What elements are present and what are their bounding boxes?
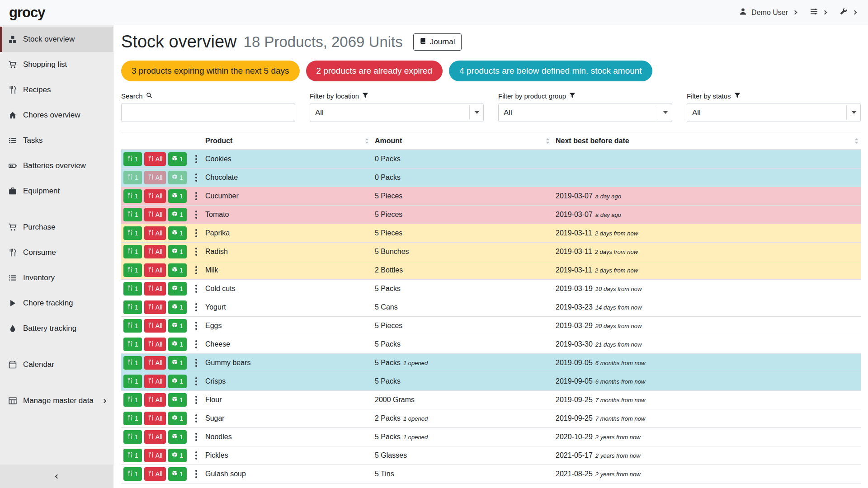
row-menu-kebab-icon[interactable] <box>192 450 200 461</box>
sidebar-item-tasks[interactable]: Tasks <box>0 128 113 153</box>
user-menu[interactable]: Demo User <box>739 8 797 17</box>
sidebar-item-batteries-overview[interactable]: Batteries overview <box>0 153 113 178</box>
sidebar-item-purchase[interactable]: Purchase <box>0 215 113 240</box>
consume-all-button[interactable]: All <box>144 152 166 166</box>
consume-all-button[interactable]: All <box>144 208 166 221</box>
open-one-button[interactable]: 1 <box>168 263 187 277</box>
product-column-header[interactable]: Product <box>203 137 372 145</box>
open-one-button[interactable]: 1 <box>168 226 187 240</box>
consume-one-button[interactable]: 1 <box>123 152 142 166</box>
open-one-button[interactable]: 1 <box>168 338 187 351</box>
row-menu-kebab-icon[interactable] <box>192 190 200 202</box>
row-menu-kebab-icon[interactable] <box>192 209 200 221</box>
open-one-button[interactable]: 1 <box>168 449 187 462</box>
status-filter-select[interactable]: All <box>687 103 861 122</box>
journal-button[interactable]: Journal <box>413 33 462 51</box>
sidebar-item-manage-master-data[interactable]: Manage master data <box>0 388 113 413</box>
consume-all-button[interactable]: All <box>144 282 166 296</box>
row-menu-kebab-icon[interactable] <box>192 264 200 276</box>
open-one-button[interactable]: 1 <box>168 208 187 221</box>
consume-one-button[interactable]: 1 <box>123 189 142 203</box>
sidebar-item-chores-overview[interactable]: Chores overview <box>0 103 113 128</box>
row-menu-kebab-icon[interactable] <box>192 301 200 313</box>
row-menu-kebab-icon[interactable] <box>192 338 200 350</box>
consume-one-button[interactable]: 1 <box>123 412 142 425</box>
consume-all-button[interactable]: All <box>144 338 166 351</box>
open-one-button[interactable]: 1 <box>168 300 187 314</box>
open-one-button[interactable]: 1 <box>168 467 187 481</box>
consume-all-button[interactable]: All <box>144 430 166 444</box>
amount-column-header[interactable]: Amount <box>372 137 553 145</box>
consume-one-button[interactable]: 1 <box>123 300 142 314</box>
consume-one-button[interactable]: 1 <box>123 449 142 462</box>
open-one-button[interactable]: 1 <box>168 282 187 296</box>
consume-all-button[interactable]: All <box>144 171 166 184</box>
location-filter-select[interactable]: All <box>310 103 484 122</box>
sidebar-item-consume[interactable]: Consume <box>0 240 113 265</box>
expiring-products-pill[interactable]: 3 products expiring within the next 5 da… <box>121 61 300 81</box>
row-menu-kebab-icon[interactable] <box>192 153 200 165</box>
sidebar-item-recipes[interactable]: Recipes <box>0 77 113 103</box>
consume-all-button[interactable]: All <box>144 412 166 425</box>
sidebar-item-chore-tracking[interactable]: Chore tracking <box>0 291 113 316</box>
consume-all-button[interactable]: All <box>144 393 166 407</box>
open-one-button[interactable]: 1 <box>168 189 187 203</box>
row-menu-kebab-icon[interactable] <box>192 375 200 387</box>
sidebar-item-inventory[interactable]: Inventory <box>0 265 113 291</box>
open-one-button[interactable]: 1 <box>168 430 187 444</box>
consume-one-button[interactable]: 1 <box>123 319 142 333</box>
expired-products-pill[interactable]: 2 products are already expired <box>306 61 443 81</box>
consume-all-button[interactable]: All <box>144 375 166 388</box>
best-before-column-header[interactable]: Next best before date <box>553 137 861 145</box>
consume-all-button[interactable]: All <box>144 189 166 203</box>
sidebar-collapse-button[interactable] <box>0 465 113 488</box>
row-menu-kebab-icon[interactable] <box>192 227 200 239</box>
open-one-button[interactable]: 1 <box>168 171 187 184</box>
row-menu-kebab-icon[interactable] <box>192 394 200 406</box>
open-one-button[interactable]: 1 <box>168 356 187 370</box>
row-menu-kebab-icon[interactable] <box>192 468 200 480</box>
consume-one-button[interactable]: 1 <box>123 171 142 184</box>
consume-one-button[interactable]: 1 <box>123 208 142 221</box>
row-menu-kebab-icon[interactable] <box>192 357 200 369</box>
consume-one-button[interactable]: 1 <box>123 338 142 351</box>
consume-one-button[interactable]: 1 <box>123 393 142 407</box>
tools-menu[interactable] <box>840 8 856 17</box>
row-menu-kebab-icon[interactable] <box>192 172 200 183</box>
open-one-button[interactable]: 1 <box>168 245 187 258</box>
consume-all-button[interactable]: All <box>144 263 166 277</box>
consume-one-button[interactable]: 1 <box>123 245 142 258</box>
brand-logo[interactable]: grocy <box>9 5 45 21</box>
consume-all-button[interactable]: All <box>144 319 166 333</box>
consume-one-button[interactable]: 1 <box>123 226 142 240</box>
consume-all-button[interactable]: All <box>144 449 166 462</box>
consume-all-button[interactable]: All <box>144 356 166 370</box>
search-input[interactable] <box>121 103 295 122</box>
open-one-button[interactable]: 1 <box>168 412 187 425</box>
consume-one-button[interactable]: 1 <box>123 282 142 296</box>
preferences-menu[interactable] <box>810 8 826 17</box>
sidebar-item-shopping-list[interactable]: Shopping list <box>0 52 113 77</box>
consume-one-button[interactable]: 1 <box>123 430 142 444</box>
row-menu-kebab-icon[interactable] <box>192 283 200 295</box>
row-menu-kebab-icon[interactable] <box>192 246 200 258</box>
open-one-button[interactable]: 1 <box>168 152 187 166</box>
open-one-button[interactable]: 1 <box>168 393 187 407</box>
sidebar-item-stock-overview[interactable]: Stock overview <box>0 27 113 52</box>
consume-one-button[interactable]: 1 <box>123 467 142 481</box>
consume-one-button[interactable]: 1 <box>123 356 142 370</box>
consume-one-button[interactable]: 1 <box>123 375 142 388</box>
below-min-stock-pill[interactable]: 4 products are below defined min. stock … <box>449 61 652 81</box>
sidebar-item-battery-tracking[interactable]: Battery tracking <box>0 316 113 341</box>
row-menu-kebab-icon[interactable] <box>192 431 200 443</box>
consume-all-button[interactable]: All <box>144 300 166 314</box>
row-menu-kebab-icon[interactable] <box>192 413 200 424</box>
consume-all-button[interactable]: All <box>144 226 166 240</box>
consume-all-button[interactable]: All <box>144 467 166 481</box>
consume-one-button[interactable]: 1 <box>123 263 142 277</box>
consume-all-button[interactable]: All <box>144 245 166 258</box>
product-group-filter-select[interactable]: All <box>498 103 672 122</box>
sidebar-item-equipment[interactable]: Equipment <box>0 178 113 204</box>
open-one-button[interactable]: 1 <box>168 319 187 333</box>
row-menu-kebab-icon[interactable] <box>192 320 200 332</box>
